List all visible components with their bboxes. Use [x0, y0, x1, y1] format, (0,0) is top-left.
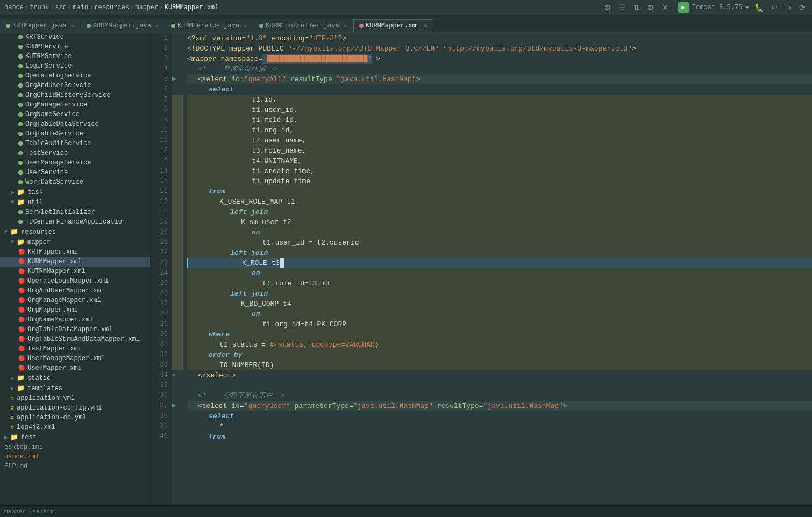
sidebar-item-org-table[interactable]: OrgTableService — [0, 129, 150, 139]
list-icon[interactable]: ☰ — [617, 2, 628, 13]
sidebar-folder-mapper[interactable]: ▼ 📁 mapper — [0, 237, 150, 247]
sidebar-item-work-data[interactable]: WorkDataService — [0, 177, 150, 187]
sidebar-folder-templates[interactable]: ▶ 📁 templates — [0, 383, 150, 393]
code-line-11: t2.user_name, — [187, 135, 812, 146]
code-line-39: * — [187, 421, 812, 432]
sidebar-item-user-service[interactable]: UserService — [0, 168, 150, 177]
code-line-20: on — [187, 227, 812, 238]
sidebar-item-kutrm-mapper-xml[interactable]: 🔴 KUTRMMapper.xml — [0, 267, 150, 276]
code-line-33: TO_NUMBER(ID) — [187, 360, 812, 370]
sidebar-item-org-child[interactable]: OrgChildHistoryService — [0, 90, 150, 100]
sidebar-item-operate-logs-mapper[interactable]: 🔴 OperateLogsMapper.xml — [0, 276, 150, 286]
status-select: select — [32, 508, 54, 515]
code-line-37: <select id="queryUser" parameterType="ja… — [187, 401, 812, 411]
sidebar-item-test-service[interactable]: TestService — [0, 148, 150, 158]
top-bar: nance › trunk › src › main › resources ›… — [0, 0, 812, 15]
code-line-23: K_ROLE t3 — [187, 258, 812, 268]
close-tab-krt[interactable]: ✕ — [71, 23, 74, 29]
code-line-13: t4.UNITNAME, — [187, 156, 812, 166]
sidebar-item-org-manage-mapper[interactable]: 🔴 OrgManageMapper.xml — [0, 296, 150, 305]
sidebar-folder-task[interactable]: ▶ 📁 task — [0, 187, 150, 197]
code-line-36: <!-- 公司下所有用户--> — [187, 391, 812, 401]
sidebar-item-kurm-mapper-xml[interactable]: 🔴 KURMMapper.xml — [0, 257, 150, 267]
main-layout: KRTService KURMService KUTRMService Logi… — [0, 32, 812, 505]
sidebar-item-org-name[interactable]: OrgNameService — [0, 110, 150, 119]
close-tab-kurm-java[interactable]: ✕ — [155, 23, 159, 29]
sidebar-item-krt-service[interactable]: KRTService — [0, 32, 150, 42]
code-editor[interactable]: 1 2 3 4 5 6 7 8 9 10 11 12 13 14 15 16 1… — [151, 32, 812, 505]
sidebar-item-login-service[interactable]: LoginService — [0, 61, 150, 71]
sidebar-item-servlet[interactable]: ServletInitializer — [0, 207, 150, 217]
tab-kurm-mapper-java[interactable]: KURMMapper.java ✕ — [81, 19, 165, 32]
sidebar-item-user-manage-mapper[interactable]: 🔴 UserManageMapper.xml — [0, 354, 150, 363]
search-icon[interactable]: ⟳ — [797, 2, 808, 13]
code-line-40: from — [187, 432, 812, 442]
sidebar-item-org-table-data[interactable]: OrgTableDataService — [0, 119, 150, 129]
nav-forward-icon[interactable]: ↪ — [783, 2, 794, 13]
close-tab-kurm-xml[interactable]: ✕ — [424, 23, 428, 29]
sidebar: KRTService KURMService KUTRMService Logi… — [0, 32, 151, 505]
sidebar-item-application-yml[interactable]: ⚙ application.yml — [0, 393, 150, 403]
close-tab-kurm-service[interactable]: ✕ — [244, 23, 247, 29]
code-line-2: <!DOCTYPE mapper PUBLIC "-//mybatis.org/… — [187, 44, 812, 54]
code-line-25: t1.role_id=t3.id — [187, 278, 812, 289]
sidebar-item-org-name-mapper[interactable]: 🔴 OrgNameMapper.xml — [0, 315, 150, 325]
sidebar-folder-resources[interactable]: ▼ 📁 resources — [0, 227, 150, 237]
close-icon[interactable]: ✕ — [660, 2, 671, 13]
sidebar-item-org-mapper[interactable]: 🔴 OrgMapper.xml — [0, 305, 150, 315]
sidebar-item-application-db-yml[interactable]: ⚙ application-db.yml — [0, 413, 150, 422]
sidebar-item-application-config-yml[interactable]: ⚙ application-config.yml — [0, 403, 150, 413]
sidebar-folder-test[interactable]: ▶ 📁 test — [0, 432, 150, 442]
sidebar-item-org-table-stru-mapper[interactable]: 🔴 OrgTableStruAndDataMapper.xml — [0, 334, 150, 344]
sidebar-item-kutrm-service[interactable]: KUTRMService — [0, 52, 150, 61]
status-bar: mapper › select — [0, 505, 812, 517]
sidebar-item-operate-log[interactable]: OperateLogService — [0, 71, 150, 81]
line-numbers: 1 2 3 4 5 6 7 8 9 10 11 12 13 14 15 16 1… — [151, 32, 172, 505]
sidebar-folder-static[interactable]: ▶ 📁 static — [0, 373, 150, 383]
sidebar-item-desktop[interactable]: esktop.ini — [0, 442, 150, 452]
sidebar-item-log4j2-xml[interactable]: ⚙ log4j2.xml — [0, 422, 150, 432]
breadcrumb: nance › trunk › src › main › resources ›… — [4, 4, 219, 11]
sidebar-item-elp-md[interactable]: ELP.md — [0, 462, 150, 471]
sidebar-folder-util[interactable]: ▼ 📁 util — [0, 197, 150, 207]
sidebar-item-user-mapper[interactable]: 🔴 UserMapper.xml — [0, 363, 150, 373]
code-line-24: on — [187, 268, 812, 278]
code-line-9: t1.role_id, — [187, 115, 812, 125]
sidebar-item-org-manage[interactable]: OrgManageService — [0, 100, 150, 110]
sidebar-item-user-manage[interactable]: UserManageService — [0, 158, 150, 168]
adjust-icon[interactable]: ⇅ — [631, 2, 642, 13]
tab-dot — [259, 24, 263, 28]
sidebar-item-nance-iml[interactable]: nance.iml — [0, 452, 150, 462]
tab-kurm-controller[interactable]: KURMController.java ✕ — [253, 19, 353, 32]
debug-icon[interactable]: 🐛 — [752, 2, 766, 13]
code-line-21: t1.user_id = t2.cuserid — [187, 238, 812, 248]
tomcat-dropdown[interactable]: ▼ — [745, 4, 749, 11]
sidebar-item-org-user[interactable]: OrgAndUserServcie — [0, 81, 150, 90]
sidebar-item-tccenter[interactable]: TcCenterFinanceApplication — [0, 217, 150, 227]
code-line-3: <mapper namespace='█████████████████████… — [187, 54, 812, 64]
gear-icon[interactable]: ⚙ — [645, 2, 657, 13]
sidebar-item-org-and-user-mapper[interactable]: 🔴 OrgAndUserMapper.xml — [0, 286, 150, 296]
code-line-1: <?xml version="1.0" encoding="UTF-8"?> — [187, 33, 812, 44]
close-tab-kurm-controller[interactable]: ✕ — [344, 23, 347, 29]
code-line-4: <!-- 查询全部队据--> — [187, 64, 812, 74]
tab-kurm-mapper-xml[interactable]: KURMMapper.xml ✕ — [353, 19, 433, 32]
sidebar-item-table-audit[interactable]: TableAuditService — [0, 139, 150, 148]
code-line-8: t1.user_id, — [187, 105, 812, 115]
run-button[interactable]: ▶ — [678, 2, 689, 13]
sidebar-item-test-mapper[interactable]: 🔴 TestMapper.xml — [0, 344, 150, 354]
code-line-16: from — [187, 186, 812, 197]
sidebar-item-krt-mapper-xml[interactable]: 🔴 KRTMapper.xml — [0, 247, 150, 257]
settings-icon[interactable]: ⚙ — [602, 2, 614, 13]
code-line-12: t3.role_name, — [187, 146, 812, 156]
sidebar-item-kurm-service[interactable]: KURMService — [0, 42, 150, 52]
sidebar-item-org-table-data-mapper[interactable]: 🔴 OrgTableDataMapper.xml — [0, 325, 150, 334]
code-line-38: select — [187, 411, 812, 421]
code-line-34: </select> — [187, 370, 812, 380]
tab-kurm-service[interactable]: KURMService.java ✕ — [165, 19, 253, 32]
code-line-19: K_sm_user t2 — [187, 217, 812, 227]
tab-krt-mapper[interactable]: KRTMapper.java ✕ — [0, 19, 80, 32]
nav-back-icon[interactable]: ↩ — [769, 2, 780, 13]
code-line-17: K_USER_ROLE_MAP t1 — [187, 197, 812, 207]
code-line-30: where — [187, 329, 812, 340]
